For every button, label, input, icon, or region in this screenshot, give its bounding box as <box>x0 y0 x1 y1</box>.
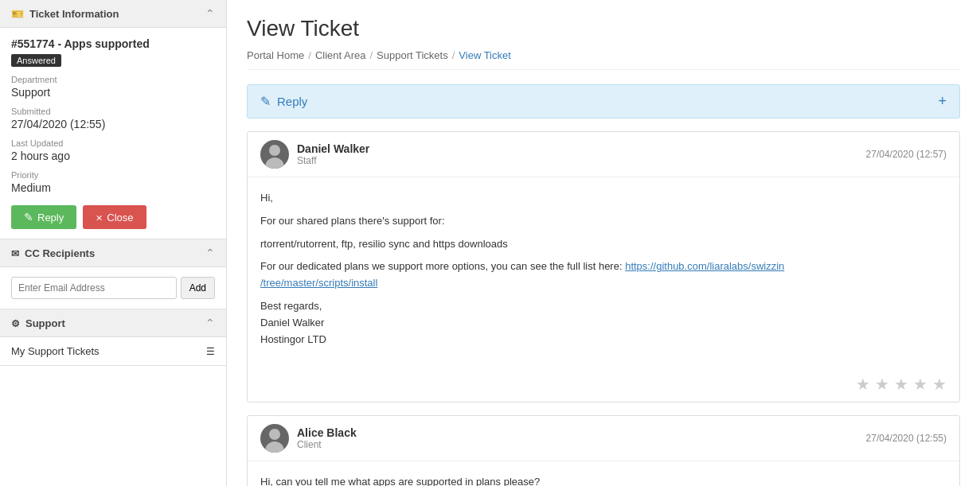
cc-chevron[interactable]: ⌃ <box>205 247 215 259</box>
reply-bar-pencil-icon: ✎ <box>260 94 271 109</box>
star-4[interactable]: ★ <box>913 375 927 394</box>
breadcrumb: Portal Home / Client Area / Support Tick… <box>247 49 960 70</box>
message-card-2: Alice Black Client 27/04/2020 (12:55) Hi… <box>247 415 960 486</box>
support-section: Support ⌃ My Support Tickets <box>0 309 226 366</box>
author-role-1: Staff <box>297 155 369 166</box>
support-icon <box>11 317 20 329</box>
ticket-info-label: Ticket Information <box>29 8 119 20</box>
ticket-number: #551774 - Apps supported <box>11 37 215 50</box>
cc-label: CC Recipients <box>25 247 95 259</box>
star-5[interactable]: ★ <box>932 375 947 394</box>
support-label: Support <box>25 317 65 329</box>
pencil-icon <box>24 211 33 224</box>
breadcrumb-client-area[interactable]: Client Area <box>315 49 366 61</box>
ticket-icon <box>11 8 24 20</box>
close-button[interactable]: Close <box>83 205 146 229</box>
reply-bar-label: Reply <box>277 95 307 108</box>
avatar-daniel <box>260 140 289 169</box>
message-footer-1: ★ ★ ★ ★ ★ <box>248 367 959 402</box>
cc-icon <box>11 247 19 259</box>
x-icon <box>96 212 103 224</box>
action-buttons: Reply Close <box>11 205 215 229</box>
page-title: View Ticket <box>247 16 960 41</box>
add-email-button[interactable]: Add <box>181 277 215 299</box>
last-updated-label: Last Updated <box>11 138 215 148</box>
ticket-info-section: Ticket Information ⌃ #551774 - Apps supp… <box>0 0 226 239</box>
cc-body: Add <box>0 267 226 309</box>
message-body-2: Hi, can you tell me what apps are suppor… <box>248 461 959 486</box>
reply-button[interactable]: Reply <box>11 205 76 229</box>
priority-value: Medium <box>11 181 215 194</box>
github-link[interactable]: https://github.com/liaralabs/swizzin/tre… <box>260 260 784 289</box>
email-input[interactable] <box>11 277 177 299</box>
submitted-value: 27/04/2020 (12:55) <box>11 118 215 130</box>
author-name-2: Alice Black <box>297 426 357 439</box>
reply-bar[interactable]: ✎ Reply + <box>247 84 960 119</box>
last-updated-row: Last Updated 2 hours ago <box>11 138 215 162</box>
last-updated-value: 2 hours ago <box>11 150 215 162</box>
main-content: View Ticket Portal Home / Client Area / … <box>227 0 980 486</box>
timestamp-2: 27/04/2020 (12:55) <box>866 433 947 444</box>
ticket-info-header: Ticket Information ⌃ <box>0 0 226 28</box>
support-chevron[interactable]: ⌃ <box>205 317 215 329</box>
ticket-status-badge: Answered <box>11 54 61 67</box>
priority-row: Priority Medium <box>11 170 215 194</box>
department-label: Department <box>11 75 215 84</box>
department-row: Department Support <box>11 75 215 99</box>
message-body-1: Hi, For our shared plans there's support… <box>248 177 959 367</box>
breadcrumb-support-tickets[interactable]: Support Tickets <box>377 49 448 61</box>
submitted-row: Submitted 27/04/2020 (12:55) <box>11 107 215 130</box>
avatar-alice <box>260 424 289 453</box>
timestamp-1: 27/04/2020 (12:57) <box>866 149 947 160</box>
ticket-info-body: #551774 - Apps supported Answered Depart… <box>0 28 226 239</box>
cc-section: CC Recipients ⌃ Add <box>0 239 226 309</box>
support-header: Support ⌃ <box>0 309 226 337</box>
department-value: Support <box>11 86 215 99</box>
star-2[interactable]: ★ <box>875 375 889 394</box>
star-1[interactable]: ★ <box>856 375 870 394</box>
breadcrumb-current: View Ticket <box>459 49 511 61</box>
submitted-label: Submitted <box>11 107 215 116</box>
sidebar: Ticket Information ⌃ #551774 - Apps supp… <box>0 0 227 486</box>
list-icon <box>206 345 215 357</box>
message-header-2: Alice Black Client 27/04/2020 (12:55) <box>248 416 959 461</box>
cc-header: CC Recipients ⌃ <box>0 239 226 267</box>
author-role-2: Client <box>297 439 357 450</box>
star-3[interactable]: ★ <box>894 375 908 394</box>
reply-bar-plus-icon: + <box>938 93 947 110</box>
breadcrumb-portal-home[interactable]: Portal Home <box>247 49 304 61</box>
ticket-info-chevron[interactable]: ⌃ <box>205 7 215 20</box>
my-tickets-label: My Support Tickets <box>11 345 100 357</box>
message-header-1: Daniel Walker Staff 27/04/2020 (12:57) <box>248 132 959 177</box>
author-name-1: Daniel Walker <box>297 142 369 155</box>
priority-label: Priority <box>11 170 215 180</box>
email-input-row: Add <box>11 277 215 299</box>
my-tickets-item[interactable]: My Support Tickets <box>0 337 226 365</box>
message-card-1: Daniel Walker Staff 27/04/2020 (12:57) H… <box>247 131 960 402</box>
